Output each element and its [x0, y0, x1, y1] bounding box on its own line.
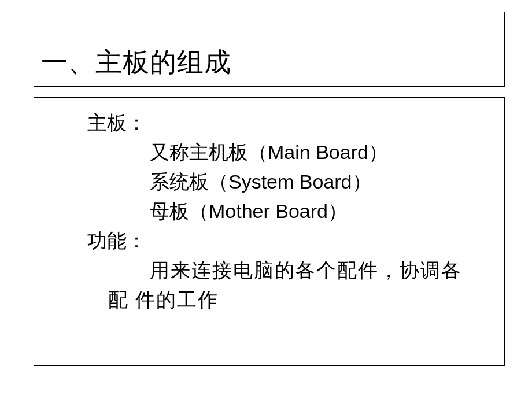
content-alias-1: 又称主机板（Main Board） — [46, 138, 493, 167]
slide-title: 一、主板的组成 — [41, 45, 231, 80]
content-alias-2: 系统板（System Board） — [46, 167, 493, 197]
title-box: 一、主板的组成 — [34, 12, 505, 87]
content-body-line2: 配 件的工作 — [46, 285, 493, 315]
content-alias-3: 母板（Mother Board） — [46, 197, 493, 226]
content-body-line1: 用来连接电脑的各个配件，协调各 — [46, 256, 493, 285]
content-label-function: 功能： — [46, 226, 493, 256]
content-box: 主板： 又称主机板（Main Board） 系统板（System Board） … — [34, 97, 505, 366]
content-label-mainboard: 主板： — [46, 108, 493, 138]
